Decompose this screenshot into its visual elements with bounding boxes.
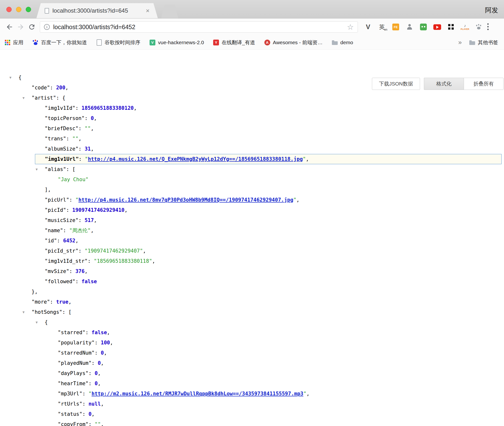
browser-menu-icon[interactable] (487, 23, 489, 31)
json-key: "picUrl" (45, 197, 69, 203)
json-line: ▼"artist": { (0, 93, 504, 103)
json-url-link[interactable]: http://p4.music.126.net/Q_ExePNkmgB2yWyL… (88, 156, 303, 162)
json-line: "Jay Chou" (0, 174, 504, 185)
extension-qrcode-icon[interactable] (446, 22, 456, 32)
extension-youtube-icon[interactable] (432, 22, 442, 32)
json-line: "hearTime": 0, (0, 378, 504, 389)
address-bar[interactable]: i localhost:3000/artists?id=6452 ☆ (40, 21, 358, 33)
browser-window: localhost:3000/artists?id=645 × 阿发 i loc… (0, 0, 504, 426)
json-line: "picId": 19097417462929410, (0, 205, 504, 215)
json-key: "alias" (45, 166, 66, 172)
json-key: "starred" (58, 330, 85, 335)
json-key: "img1v1Id" (45, 105, 75, 111)
collapse-toggle-icon[interactable]: ▼ (34, 164, 39, 174)
json-value: "19097417462929407" (84, 248, 143, 254)
json-url-link[interactable]: http://m2.music.126.net/RMJR7wDullRqppBk… (92, 391, 303, 397)
json-value: "Jay Chou" (58, 177, 88, 182)
json-key: "dayPlays" (58, 370, 88, 376)
forward-button[interactable] (15, 21, 26, 33)
json-line: "name": "周杰伦", (0, 225, 504, 236)
json-line: "musicSize": 517, (0, 215, 504, 225)
bookmark-item[interactable]: Y在线翻译_有道 (213, 39, 255, 46)
minimize-window-button[interactable] (16, 7, 21, 12)
json-key: "albumSize" (45, 146, 78, 152)
json-value: { (18, 75, 22, 80)
bookmark-item[interactable]: demo (332, 39, 353, 46)
reload-button[interactable] (26, 21, 37, 33)
json-key: "topicPerson" (45, 115, 84, 121)
json-line: ▼"hotSongs": [ (0, 307, 504, 317)
json-url-link[interactable]: http://p4.music.126.net/8mv7qP30Pd3oHW8b… (78, 197, 293, 203)
json-line: }, (0, 287, 504, 297)
page-favicon-icon (45, 8, 49, 14)
browser-tab[interactable]: localhost:3000/artists?id=645 × (36, 3, 158, 18)
bookmark-label: Awesomes - 前端资… (273, 39, 323, 46)
json-value: 0 (91, 115, 94, 121)
new-tab-button[interactable] (161, 5, 178, 18)
json-line: "popularity": 100, (0, 338, 504, 348)
extension-tampermonkey-icon[interactable] (419, 22, 428, 32)
bookmark-label: 谷歌按时间排序 (105, 39, 140, 46)
json-key: "artist" (32, 95, 56, 101)
json-line: "topicPerson": 0, (0, 113, 504, 123)
tab-close-icon[interactable]: × (146, 7, 150, 15)
json-value: 376 (75, 268, 84, 274)
extension-profile-icon[interactable] (405, 22, 414, 32)
bookmarks-right: » 其他书签 (458, 39, 500, 46)
json-key: "rtUrls" (58, 401, 82, 407)
other-bookmarks-folder[interactable]: 其他书签 (469, 39, 498, 46)
bookmark-item[interactable]: 百度一下，你就知道 (32, 39, 87, 46)
tab-strip: localhost:3000/artists?id=645 × 阿发 (0, 0, 504, 18)
profile-name: 阿发 (485, 6, 498, 15)
json-line: "picId_str": "19097417462929407", (0, 246, 504, 256)
bookmark-label: demo (340, 40, 353, 45)
close-window-button[interactable] (6, 7, 12, 12)
collapse-toggle-icon[interactable]: ▼ (21, 93, 26, 103)
json-line: "briefDesc": "", (0, 123, 504, 134)
json-line: "picUrl": "http://p4.music.126.net/8mv7q… (0, 195, 504, 205)
json-line: "starred": false, (0, 327, 504, 338)
json-line: "img1v1Url": "http://p4.music.126.net/Q_… (35, 154, 502, 164)
page-icon (96, 39, 102, 46)
bookmark-item[interactable]: 谷歌按时间排序 (96, 39, 140, 46)
bookmarks-bar: 应用百度一下，你就知道谷歌按时间排序Vvue-hackernews-2.0Y在线… (0, 35, 504, 50)
back-button[interactable] (4, 21, 15, 33)
json-value: 6452 (63, 238, 76, 244)
bookmark-star-icon[interactable]: ☆ (347, 23, 354, 32)
json-line: ], (0, 185, 504, 195)
maximize-window-button[interactable] (26, 7, 31, 12)
json-line: "trans": "", (0, 134, 504, 144)
bookmark-item[interactable]: AAwesomes - 前端资… (264, 39, 323, 46)
json-key: "playedNum" (58, 360, 92, 366)
page-content: 下载JSON数据 格式化 折叠所有 ▼{"code": 200,▼"artist… (0, 72, 504, 426)
site-info-icon[interactable]: i (44, 24, 50, 30)
json-value: "周杰伦" (69, 228, 91, 233)
extensions-area: V 英en FE ♪PLAYER (363, 22, 484, 32)
json-value: 19097417462929410 (72, 207, 125, 213)
url-text[interactable]: localhost:3000/artists?id=6452 (53, 24, 347, 31)
json-key: "img1v1Id_str" (45, 258, 88, 264)
json-key: "starredNum" (58, 350, 95, 356)
bookmark-item[interactable]: 应用 (4, 39, 23, 46)
json-key: "copyFrom" (58, 421, 88, 426)
extension-v-icon[interactable]: V (363, 22, 373, 32)
extension-fe-icon[interactable]: FE (391, 22, 401, 32)
extension-translate-icon[interactable]: 英en (377, 22, 387, 32)
json-value: }, (32, 289, 38, 295)
bookmarks-overflow-icon[interactable]: » (458, 39, 462, 46)
json-key: "followed" (45, 279, 75, 284)
json-line: ▼"alias": [ (0, 164, 504, 174)
json-line: "playedNum": 0, (0, 358, 504, 368)
json-value: "" (84, 126, 91, 131)
bookmark-item[interactable]: Vvue-hackernews-2.0 (149, 39, 204, 46)
collapse-toggle-icon[interactable]: ▼ (8, 72, 13, 83)
json-line: "id": 6452, (0, 236, 504, 246)
extension-paw-icon[interactable] (474, 22, 484, 32)
json-value: 100 (101, 340, 110, 346)
collapse-toggle-icon[interactable]: ▼ (21, 307, 26, 317)
baidu-icon (32, 39, 39, 46)
extension-player-icon[interactable]: ♪PLAYER (460, 22, 470, 32)
collapse-toggle-icon[interactable]: ▼ (34, 317, 39, 327)
json-value: null (88, 401, 101, 407)
json-line: "followed": false (0, 276, 504, 287)
